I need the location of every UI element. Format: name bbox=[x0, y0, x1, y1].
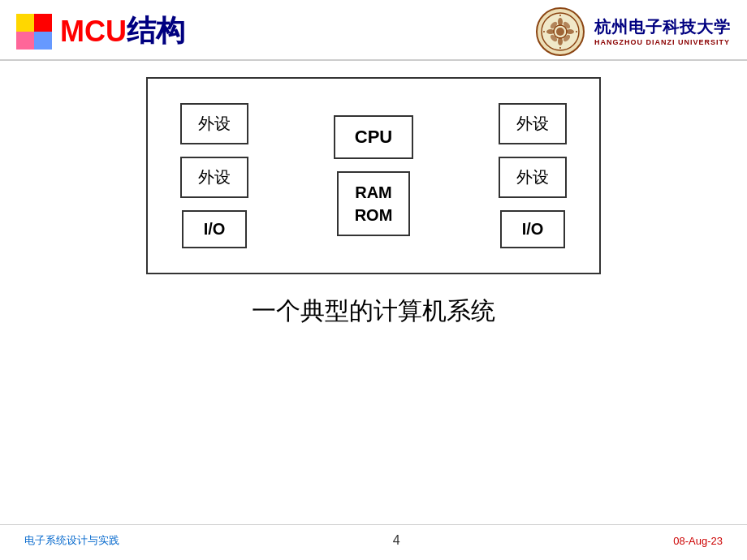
diagram-inner: 外设 外设 I/O CPU RAMROM 外设 外设 I/O bbox=[180, 103, 567, 248]
block-yellow bbox=[16, 14, 34, 32]
footer-date: 08-Aug-23 bbox=[673, 535, 723, 547]
title-mcu: MCU bbox=[60, 15, 127, 49]
university-name: 杭州电子科技大学 HANGZHOU DIANZI UNIVERSITY bbox=[594, 16, 731, 46]
svg-point-13 bbox=[543, 31, 545, 32]
university-branding: 杭州电子科技大学 HANGZHOU DIANZI UNIVERSITY bbox=[536, 7, 731, 56]
left-column: 外设 外设 I/O bbox=[180, 103, 248, 248]
peripheral-top-right: 外设 bbox=[499, 103, 567, 144]
svg-point-4 bbox=[546, 29, 555, 34]
svg-point-14 bbox=[576, 31, 577, 32]
peripheral-mid-right: 外设 bbox=[499, 157, 567, 198]
university-name-cn: 杭州电子科技大学 bbox=[594, 16, 731, 38]
peripheral-top-left: 外设 bbox=[180, 103, 248, 144]
slide-footer: 电子系统设计与实践 4 08-Aug-23 bbox=[0, 524, 747, 548]
university-name-en: HANGZHOU DIANZI UNIVERSITY bbox=[594, 38, 730, 46]
svg-point-3 bbox=[558, 37, 563, 45]
color-block-decoration bbox=[16, 14, 52, 50]
svg-point-12 bbox=[559, 47, 561, 49]
block-blue bbox=[34, 32, 52, 50]
svg-point-5 bbox=[566, 29, 574, 34]
svg-point-10 bbox=[556, 28, 564, 36]
block-pink bbox=[16, 32, 34, 50]
diagram-caption: 一个典型的计算机系统 bbox=[252, 295, 495, 328]
svg-point-2 bbox=[558, 18, 563, 26]
university-logo bbox=[536, 7, 585, 56]
io-right: I/O bbox=[500, 210, 565, 248]
footer-course-name: 电子系统设计与实践 bbox=[24, 533, 119, 548]
slide-header: MCU 结构 bbox=[0, 0, 747, 61]
svg-point-11 bbox=[559, 15, 561, 16]
main-content: 外设 外设 I/O CPU RAMROM 外设 外设 I/O 一个典型的计算机系… bbox=[0, 61, 747, 328]
right-column: 外设 外设 I/O bbox=[499, 103, 567, 248]
peripheral-mid-left: 外设 bbox=[180, 157, 248, 198]
io-left: I/O bbox=[182, 210, 247, 248]
footer-page-number: 4 bbox=[393, 533, 400, 548]
center-column: CPU RAMROM bbox=[334, 115, 413, 236]
ram-rom-box: RAMROM bbox=[337, 171, 411, 236]
title-area: MCU 结构 bbox=[0, 11, 185, 51]
cpu-box: CPU bbox=[334, 115, 413, 159]
title-struct: 结构 bbox=[127, 11, 185, 51]
block-red bbox=[34, 14, 52, 32]
mcu-diagram: 外设 外设 I/O CPU RAMROM 外设 外设 I/O bbox=[146, 77, 601, 274]
